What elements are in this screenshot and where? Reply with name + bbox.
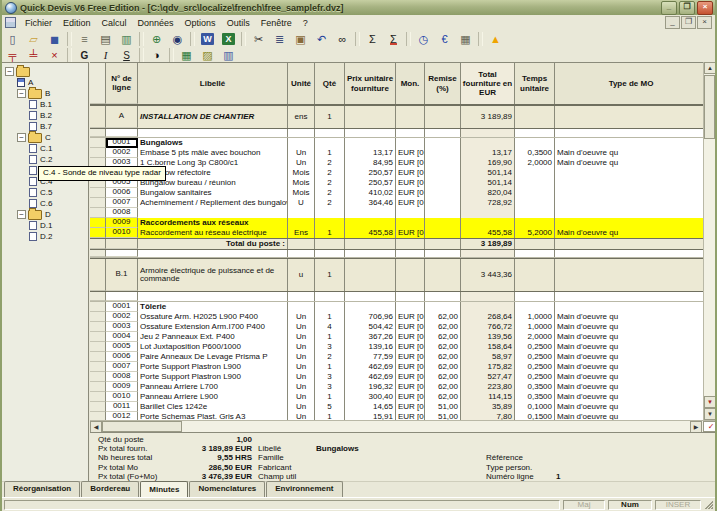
cell[interactable]: EUR [01]	[396, 148, 425, 158]
cell[interactable]: Ossature Arm. H2025 L900 P400	[138, 312, 288, 322]
cell[interactable]: Main d'oeuvre qu	[555, 312, 707, 322]
cell[interactable]	[315, 208, 345, 218]
cell[interactable]: 1	[315, 259, 345, 291]
menu-item-fen-tre[interactable]: Fenêtre	[256, 17, 297, 29]
table-row[interactable]: 0002Ossature Arm. H2025 L900 P400Un1706,…	[90, 312, 717, 322]
cell[interactable]: Main d'oeuvre qu	[555, 372, 707, 382]
cell[interactable]: 2	[315, 198, 345, 208]
cell[interactable]	[425, 208, 461, 218]
row-header-cell[interactable]	[90, 312, 106, 322]
cell[interactable]: Un	[288, 312, 315, 322]
row-header-cell[interactable]	[90, 362, 106, 372]
row-header-cell[interactable]	[90, 292, 106, 301]
cell[interactable]	[106, 129, 138, 137]
cell[interactable]	[515, 188, 555, 198]
cell[interactable]: 2	[315, 168, 345, 178]
cell[interactable]: 1	[315, 228, 345, 238]
cell[interactable]: 0010	[106, 228, 138, 238]
cell[interactable]: 3 443,36	[461, 259, 515, 291]
new-file-button[interactable]: ▯	[3, 31, 22, 48]
table-row[interactable]: 00031 C.borne Long 3p C800/c1Un284,95EUR…	[90, 158, 717, 168]
menu-item-donn-es[interactable]: Données	[133, 17, 179, 29]
row-header-cell[interactable]	[90, 322, 106, 332]
tab-r-organisation[interactable]: Réorganisation	[4, 481, 80, 497]
cell[interactable]	[396, 250, 425, 257]
title-bar[interactable]: Quick Devis V6 Free Edition - [C:\qdv_sr…	[2, 0, 715, 15]
globe-button[interactable]: ⊕	[147, 31, 166, 48]
cell[interactable]	[461, 129, 515, 137]
cell[interactable]	[425, 302, 461, 312]
cell[interactable]	[345, 218, 396, 228]
bold-button[interactable]: G	[75, 48, 94, 62]
cell[interactable]: 1	[315, 106, 345, 128]
tree-item-b-7[interactable]: B.7	[2, 121, 88, 132]
cell[interactable]: Main d'oeuvre qu	[555, 148, 707, 158]
cell[interactable]	[515, 218, 555, 228]
cell[interactable]	[555, 168, 707, 178]
menu-item-options[interactable]: Options	[180, 17, 221, 29]
scroll-track[interactable]	[182, 421, 690, 432]
cell[interactable]: Total du poste :	[138, 239, 288, 249]
mdi-minimize-button[interactable]: _	[665, 16, 680, 29]
cell[interactable]: 175,82	[461, 362, 515, 372]
cell[interactable]: 62,00	[425, 382, 461, 392]
cell[interactable]	[515, 198, 555, 208]
row-header-cell[interactable]	[90, 259, 106, 291]
cell[interactable]	[138, 292, 288, 301]
invert-button[interactable]: ◑	[147, 48, 166, 62]
tree-item-c-2[interactable]: C.2	[2, 154, 88, 165]
cell[interactable]: 766,72	[461, 322, 515, 332]
row-header-cell[interactable]	[90, 208, 106, 218]
cell[interactable]: B.1	[106, 259, 138, 291]
cell[interactable]	[345, 250, 396, 257]
cell[interactable]	[555, 302, 707, 312]
cell[interactable]	[288, 129, 315, 137]
cell[interactable]	[345, 129, 396, 137]
menu-item-calcul[interactable]: Calcul	[97, 17, 132, 29]
cell[interactable]: 62,00	[425, 312, 461, 322]
undo-button[interactable]: ↶	[312, 31, 331, 48]
cell[interactable]: 0007	[106, 362, 138, 372]
bank-button[interactable]: ▦	[456, 31, 475, 48]
table-row[interactable]: 0010Raccordement au réseau électriqueEns…	[90, 228, 717, 238]
cell[interactable]	[555, 178, 707, 188]
cell[interactable]: 501,14	[461, 168, 515, 178]
cell[interactable]: Mois	[288, 168, 315, 178]
tree-item-c-5[interactable]: C.5	[2, 187, 88, 198]
tree-item-d-1[interactable]: D.1	[2, 220, 88, 231]
cell[interactable]: 14,65	[345, 402, 396, 412]
card-button[interactable]: ▥	[219, 48, 238, 62]
cell[interactable]	[555, 208, 707, 218]
cell[interactable]: EUR [01]	[396, 168, 425, 178]
row-header-cell[interactable]	[90, 239, 106, 249]
cell[interactable]: Bungalow sanitaires	[138, 188, 288, 198]
cell[interactable]	[396, 208, 425, 218]
cell[interactable]	[106, 292, 138, 301]
cell[interactable]: Tôlerie	[138, 302, 288, 312]
cell[interactable]: EUR [01]	[396, 352, 425, 362]
cell[interactable]	[555, 188, 707, 198]
open-file-button[interactable]: ▱	[24, 31, 43, 48]
cell[interactable]	[288, 218, 315, 228]
cell[interactable]: 2,0000	[515, 158, 555, 168]
cell[interactable]: EUR [01]	[396, 332, 425, 342]
cell[interactable]: Bungalows	[138, 138, 288, 148]
cell[interactable]: 62,00	[425, 362, 461, 372]
cell[interactable]: 0003	[106, 322, 138, 332]
tree-item-c-1[interactable]: C.1	[2, 143, 88, 154]
cell[interactable]: Main d'oeuvre qu	[555, 158, 707, 168]
cell[interactable]: 504,42	[345, 322, 396, 332]
cell[interactable]: 5,2000	[515, 228, 555, 238]
cell[interactable]	[106, 250, 138, 257]
cell[interactable]	[396, 129, 425, 137]
cell[interactable]	[345, 302, 396, 312]
cell[interactable]: Un	[288, 332, 315, 342]
cell[interactable]: 0007	[106, 198, 138, 208]
cell[interactable]: 51,00	[425, 402, 461, 412]
cell[interactable]: 728,92	[461, 198, 515, 208]
column-header-type-de-mo[interactable]: Type de MO	[555, 63, 707, 104]
cell[interactable]	[288, 250, 315, 257]
cell[interactable]: Barillet Cles 1242e	[138, 402, 288, 412]
row-header-cell[interactable]	[90, 250, 106, 257]
cell[interactable]: 367,26	[345, 332, 396, 342]
